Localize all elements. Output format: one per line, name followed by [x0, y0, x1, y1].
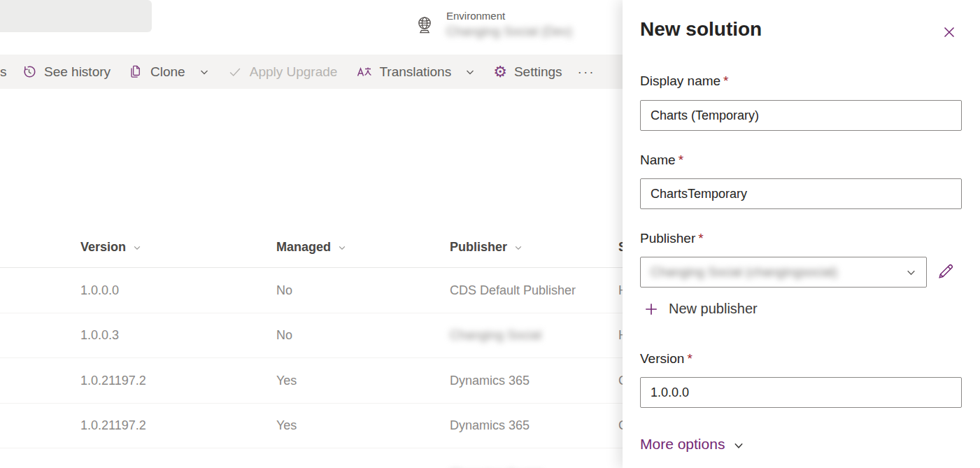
cell-publisher: Changing Social	[450, 328, 541, 343]
cell-version: 1.0.0.3	[80, 328, 119, 343]
version-label: Version*	[640, 351, 693, 367]
new-solution-panel: New solution Display name* Name* Publish…	[623, 0, 980, 468]
pencil-icon	[936, 262, 956, 281]
version-input[interactable]	[640, 377, 962, 408]
cell-managed: No	[276, 283, 292, 297]
display-name-label: Display name*	[640, 73, 729, 89]
new-publisher-label: New publisher	[669, 301, 758, 317]
apply-upgrade-label: Apply Upgrade	[250, 64, 338, 80]
close-button[interactable]	[939, 22, 959, 42]
cell-managed: No	[276, 328, 292, 343]
name-label: Name*	[640, 153, 683, 168]
cell-publisher: Dynamics 365	[450, 418, 530, 433]
see-history-button[interactable]: See history	[21, 64, 111, 80]
more-commands-button[interactable]: ···	[578, 64, 595, 80]
table-row[interactable]: 1.0.0.0 No CDS Default Publisher H	[0, 268, 630, 313]
sort-chevron-icon	[338, 243, 346, 252]
more-options-button[interactable]: More options	[640, 436, 744, 453]
publisher-label: Publisher*	[640, 231, 704, 246]
table-row[interactable]: 1.0.0.3 No Changing Social H	[0, 313, 630, 359]
apply-upgrade-button[interactable]: Apply Upgrade	[227, 64, 338, 80]
environment-name: Changing Social (Dev)	[446, 24, 572, 39]
cell-version: 1.0.0.0	[80, 283, 119, 297]
column-header-version[interactable]: Version	[80, 240, 141, 255]
globe-icon	[414, 14, 435, 36]
publisher-dropdown[interactable]: Changing Social (changingsocial)	[640, 257, 927, 288]
chevron-down-icon	[199, 67, 209, 77]
see-history-label: See history	[44, 64, 111, 80]
gear-icon: ⚙	[493, 64, 507, 80]
cell-version: 1.0.21197.2	[80, 418, 146, 433]
edit-publisher-button[interactable]	[936, 262, 957, 283]
table-row[interactable]: 1.0.0.0 No Changing Social	[0, 448, 630, 468]
cell-publisher: Dynamics 365	[450, 373, 530, 388]
cell-version: 1.0.21197.2	[80, 373, 146, 388]
clone-icon	[127, 64, 143, 80]
publisher-selected-value: Changing Social (changingsocial)	[651, 265, 900, 280]
translations-button[interactable]: Translations	[355, 64, 475, 80]
table-row[interactable]: 1.0.21197.2 Yes Dynamics 365 C	[0, 358, 630, 404]
chevron-down-icon	[465, 67, 475, 77]
clone-label: Clone	[150, 64, 185, 80]
column-header-publisher[interactable]: Publisher	[450, 240, 523, 255]
settings-button[interactable]: ⚙ Settings	[493, 64, 562, 80]
display-name-input[interactable]	[640, 100, 962, 131]
table-row[interactable]: 1.0.21197.2 Yes Dynamics 365 C	[0, 404, 630, 449]
cell-managed: Yes	[276, 373, 297, 388]
environment-label: Environment	[446, 10, 572, 22]
history-icon	[21, 64, 37, 80]
cell-publisher: CDS Default Publisher	[450, 283, 576, 297]
translate-icon	[355, 64, 372, 80]
clone-button[interactable]: Clone	[127, 64, 209, 80]
chevron-down-icon	[906, 267, 916, 278]
close-icon	[942, 25, 956, 39]
checkmark-icon	[227, 64, 243, 80]
more-options-label: More options	[640, 436, 725, 453]
cell-managed: Yes	[276, 418, 297, 433]
panel-title: New solution	[640, 18, 762, 41]
environment-switcher[interactable]: Environment Changing Social (Dev)	[414, 10, 572, 39]
translations-label: Translations	[379, 64, 451, 80]
column-header-managed[interactable]: Managed	[276, 240, 346, 255]
sort-chevron-icon	[514, 243, 523, 252]
toolbar-partial-item[interactable]: s	[0, 64, 8, 80]
search-box-redacted[interactable]	[0, 0, 152, 32]
settings-label: Settings	[514, 64, 562, 80]
new-publisher-button[interactable]: New publisher	[644, 301, 758, 317]
name-input[interactable]	[640, 178, 962, 209]
table-header-row: Version Managed Publisher S	[0, 234, 630, 268]
plus-icon	[644, 302, 659, 317]
sort-chevron-icon	[133, 243, 141, 252]
chevron-down-icon	[733, 440, 744, 451]
